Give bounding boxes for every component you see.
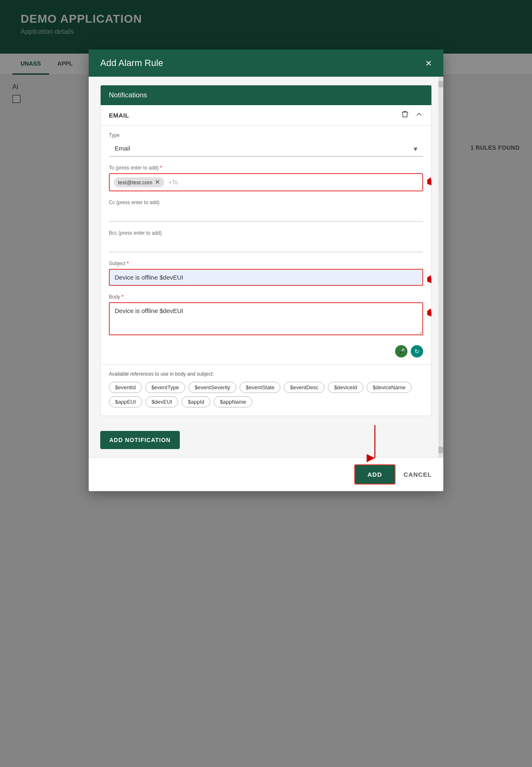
subject-annotated bbox=[109, 269, 423, 286]
chip-email-text: test@test.com bbox=[118, 179, 152, 186]
dialog-close-button[interactable]: × bbox=[426, 58, 432, 68]
ref-tag[interactable]: $eventType bbox=[145, 382, 185, 393]
scroll-track bbox=[438, 77, 443, 457]
mic-icon[interactable]: 🎤 bbox=[395, 345, 407, 358]
email-label: EMAIL bbox=[109, 112, 129, 119]
ref-tag[interactable]: $deviceId bbox=[328, 382, 363, 393]
chip-remove-button[interactable]: ✕ bbox=[155, 179, 160, 186]
refs-label: Available references to use in body and … bbox=[109, 371, 423, 377]
add-btn-wrapper: ADD bbox=[354, 464, 395, 485]
editor-icon-row: 🎤 ↻ bbox=[109, 345, 423, 358]
cc-field-wrapper: Cc (press enter to add) bbox=[109, 200, 423, 222]
body-annotated bbox=[109, 302, 423, 337]
ref-tag[interactable]: $eventDesc bbox=[284, 382, 325, 393]
ref-tag[interactable]: $devEUI bbox=[146, 396, 179, 407]
ref-tag[interactable]: $appName bbox=[214, 396, 252, 407]
type-select-wrapper: Email ▾ bbox=[109, 141, 423, 157]
cc-label: Cc (press enter to add) bbox=[109, 200, 423, 205]
subject-field-wrapper: Subject * bbox=[109, 261, 423, 286]
trash-icon bbox=[401, 110, 409, 118]
to-field-wrapper: To (press enter to add) * test@test.com … bbox=[109, 165, 423, 191]
subject-label: Subject * bbox=[109, 261, 423, 266]
body-textarea[interactable] bbox=[109, 302, 423, 335]
email-form-section: Type Email ▾ To (press enter to add) * bbox=[101, 126, 431, 364]
body-field-wrapper: Body * bbox=[109, 294, 423, 337]
sync-icon[interactable]: ↻ bbox=[411, 345, 423, 358]
type-label: Type bbox=[109, 132, 423, 138]
annotation-arrow-to bbox=[427, 169, 432, 190]
body-label: Body * bbox=[109, 294, 423, 300]
refs-section: Available references to use in body and … bbox=[101, 364, 431, 416]
to-field-label: To (press enter to add) * bbox=[109, 165, 423, 171]
svg-line-1 bbox=[431, 173, 432, 181]
svg-line-5 bbox=[431, 304, 432, 313]
ref-tag[interactable]: $eventState bbox=[240, 382, 280, 393]
email-chip-test: test@test.com ✕ bbox=[114, 177, 164, 187]
email-actions bbox=[401, 110, 423, 120]
cancel-button[interactable]: CANCEL bbox=[404, 471, 432, 478]
add-button[interactable]: ADD bbox=[354, 464, 395, 485]
annotation-arrow-subject bbox=[427, 267, 432, 287]
subject-input[interactable] bbox=[109, 269, 423, 286]
to-field-box[interactable]: test@test.com ✕ bbox=[109, 173, 423, 191]
ref-tag[interactable]: $deviceName bbox=[367, 382, 412, 393]
dialog-header: Add Alarm Rule × bbox=[89, 49, 443, 77]
to-field-annotated: test@test.com ✕ bbox=[109, 173, 423, 191]
add-notification-button[interactable]: ADD NOTIFICATION bbox=[100, 431, 180, 449]
delete-email-button[interactable] bbox=[401, 110, 409, 120]
cc-input[interactable] bbox=[109, 208, 423, 222]
dialog-footer: ADD CANCEL bbox=[89, 457, 443, 491]
type-select[interactable]: Email bbox=[109, 141, 423, 157]
ref-tag[interactable]: $appId bbox=[181, 396, 210, 407]
add-alarm-rule-dialog: Add Alarm Rule × Notifications EMAIL bbox=[89, 49, 443, 491]
scroll-thumb-top bbox=[438, 81, 443, 87]
chevron-up-icon bbox=[415, 110, 423, 118]
ref-tag[interactable]: $eventId bbox=[109, 382, 142, 393]
refs-tags: $eventId$eventType$eventSeverity$eventSt… bbox=[109, 382, 423, 407]
bcc-field-wrapper: Bcc (press enter to add) bbox=[109, 230, 423, 252]
svg-line-3 bbox=[431, 270, 432, 279]
notifications-header: Notifications bbox=[101, 85, 431, 105]
bcc-label: Bcc (press enter to add) bbox=[109, 230, 423, 236]
dialog-body: Notifications EMAIL bbox=[89, 77, 443, 457]
ref-tag[interactable]: $eventSeverity bbox=[188, 382, 236, 393]
bcc-input[interactable] bbox=[109, 238, 423, 252]
collapse-email-button[interactable] bbox=[415, 110, 423, 120]
email-row: EMAIL bbox=[101, 105, 431, 126]
to-field-input[interactable] bbox=[167, 178, 418, 186]
dialog-title: Add Alarm Rule bbox=[100, 58, 163, 68]
type-field: Type Email ▾ bbox=[109, 132, 423, 157]
ref-tag[interactable]: $appEUI bbox=[109, 396, 142, 407]
scroll-thumb-bottom bbox=[438, 447, 443, 453]
notifications-section: Notifications EMAIL bbox=[100, 85, 432, 416]
annotation-arrow-body bbox=[427, 300, 432, 321]
